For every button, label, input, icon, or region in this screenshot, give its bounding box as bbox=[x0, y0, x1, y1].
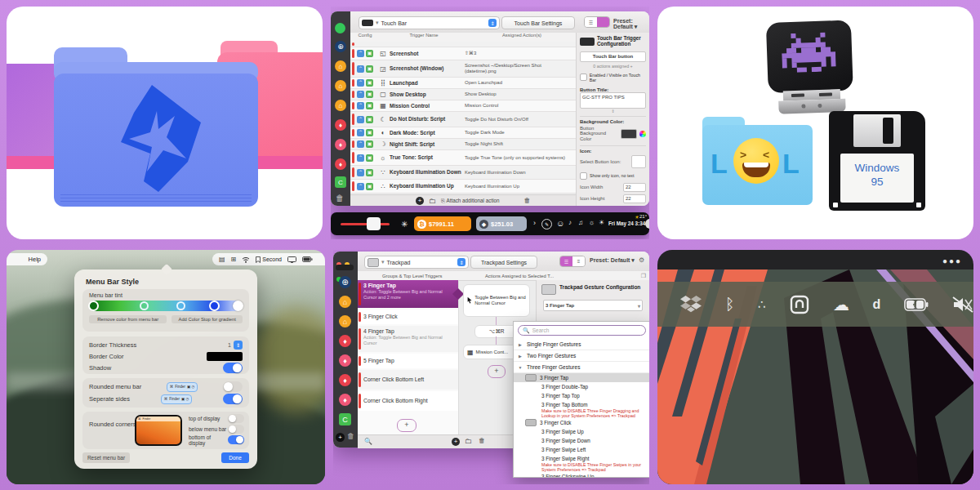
preset-menu[interactable]: Preset: Default ▾ bbox=[590, 257, 635, 264]
sidebar-flame-icon[interactable]: ♦ bbox=[339, 354, 351, 367]
separate-sides-toggle[interactable] bbox=[223, 394, 243, 404]
gesture-item[interactable]: 3 Finger Swipe Up bbox=[514, 427, 649, 436]
color-stop[interactable] bbox=[176, 301, 185, 310]
config-badge[interactable]: ▣ bbox=[366, 65, 373, 73]
top-of-display-toggle[interactable] bbox=[228, 414, 244, 423]
view-mode-segmented[interactable]: ☰ ≡ bbox=[559, 256, 586, 267]
gesture-item[interactable]: 3 Finger Swipe Right bbox=[514, 454, 649, 462]
gesture-item[interactable]: 3 Finger Click bbox=[514, 418, 649, 427]
config-badge[interactable]: ▣ bbox=[366, 129, 373, 136]
color-stop[interactable] bbox=[140, 301, 149, 310]
select-icon-well[interactable] bbox=[631, 155, 646, 168]
sidebar-flame-icon[interactable]: ♦ bbox=[339, 374, 351, 386]
sidebar-home-icon[interactable]: ⌂ bbox=[335, 60, 346, 72]
config-badge[interactable]: ▣ bbox=[366, 154, 373, 162]
volume-muted-icon[interactable] bbox=[952, 296, 973, 313]
search-icon[interactable]: 🔍 bbox=[364, 438, 372, 445]
table-row[interactable]: ⌃▣∵Keyboard Illumination DownKeyboard Il… bbox=[350, 166, 576, 180]
dropbox-icon[interactable] bbox=[680, 296, 702, 314]
actions-assigned-link[interactable]: 0 actions assigned + bbox=[580, 64, 646, 69]
emoji-icon[interactable]: ☺ bbox=[556, 219, 564, 228]
config-badge[interactable]: ▣ bbox=[366, 102, 373, 109]
sidebar-flame-icon[interactable]: ♦ bbox=[335, 119, 346, 131]
table-row-partial[interactable] bbox=[350, 42, 576, 47]
bottom-of-display-toggle[interactable] bbox=[228, 435, 244, 444]
config-badge[interactable]: ▣ bbox=[366, 116, 373, 123]
film-icon[interactable]: ▤ bbox=[219, 256, 225, 263]
table-row[interactable]: ⌃▣☼True Tone: ScriptToggle True Tone (on… bbox=[350, 150, 576, 166]
keyboard-brightness-icon[interactable]: ∴ bbox=[758, 297, 767, 312]
sidebar-clips-icon[interactable]: C bbox=[339, 413, 351, 425]
table-row[interactable]: ⌃▣◱Screenshot⇧⌘3 bbox=[350, 47, 576, 60]
bettertouchtool-icon[interactable] bbox=[790, 295, 809, 314]
tint-gradient-slider[interactable] bbox=[89, 301, 243, 311]
remove-color-button[interactable]: Remove color from menu bar bbox=[89, 315, 167, 323]
background-color-swatch[interactable] bbox=[621, 129, 637, 139]
gear-icon[interactable]: ⚙ bbox=[639, 256, 644, 264]
trackpad-settings-button[interactable]: Trackpad Settings bbox=[470, 256, 537, 269]
gesture-group[interactable]: ▶Single Finger Gestures bbox=[514, 339, 649, 350]
gesture-type-field[interactable]: 3 Finger Tap▾ bbox=[543, 300, 643, 311]
gesture-item[interactable]: 3 Finger Double-Tap bbox=[514, 382, 649, 391]
color-wheel-icon[interactable] bbox=[639, 131, 646, 137]
folder-icon[interactable]: 🗀 bbox=[465, 437, 472, 445]
trigger-row[interactable]: 4 Finger Tap Action: Toggle Between Big … bbox=[358, 326, 458, 352]
brightness-icon[interactable]: ✳ bbox=[401, 220, 408, 229]
window-grid-icon[interactable]: ⊞ bbox=[231, 256, 237, 263]
shadow-toggle[interactable] bbox=[223, 363, 243, 373]
sidebar-home-icon[interactable]: ⌂ bbox=[339, 315, 351, 327]
rounded-menubar-toggle[interactable] bbox=[223, 381, 243, 392]
trigger-row[interactable]: 3 Finger Click bbox=[358, 310, 458, 324]
trigger-type-field[interactable]: Touch Bar button bbox=[580, 51, 646, 62]
battery-icon[interactable] bbox=[302, 256, 313, 262]
config-badge[interactable]: ⌃ bbox=[357, 116, 364, 123]
add-color-stop-button[interactable]: Add Color Stop for gradient bbox=[172, 315, 243, 323]
table-row[interactable]: ⌃▣▦Mission ControlMission Control bbox=[350, 100, 576, 112]
gesture-group[interactable]: ▼Three Finger Gestures bbox=[514, 362, 649, 373]
brightness-up-icon[interactable]: ☀ bbox=[599, 219, 604, 226]
config-badge[interactable]: ⌃ bbox=[357, 169, 364, 176]
config-badge[interactable]: ⌃ bbox=[357, 140, 364, 148]
border-color-swatch[interactable] bbox=[207, 352, 243, 361]
trigger-column-header[interactable]: Trigger Name bbox=[380, 33, 468, 42]
table-row[interactable]: ⌃▣☾Do Not Disturb: ScriptToggle Do Not D… bbox=[350, 112, 576, 127]
menubar-help-item[interactable]: Help bbox=[7, 253, 47, 265]
gesture-group[interactable]: ▶Two Finger Gestures bbox=[514, 350, 649, 362]
gesture-item[interactable]: 3 Finger Tap Bottom bbox=[514, 400, 649, 408]
show-only-icon-checkbox[interactable] bbox=[580, 172, 587, 180]
trigger-type-picker[interactable]: ▾ Touch Bar ⇕ bbox=[359, 16, 500, 29]
picker-stepper[interactable]: ⇕ bbox=[488, 19, 497, 27]
slider-knob[interactable] bbox=[367, 217, 381, 230]
trigger-row[interactable]: Corner Click Bottom Left bbox=[358, 370, 458, 390]
config-column-header[interactable]: Config bbox=[350, 33, 380, 42]
more-dots-icon[interactable]: ●●● bbox=[942, 256, 962, 265]
enabled-checkbox[interactable] bbox=[580, 74, 587, 81]
moon-phase-icon[interactable] bbox=[645, 219, 649, 229]
sidebar-globe-icon[interactable]: ⊕ bbox=[335, 41, 346, 52]
gesture-search-input[interactable]: 🔍 Search bbox=[518, 325, 646, 336]
sidebar-add-button[interactable]: + bbox=[336, 433, 345, 442]
reset-menubar-button[interactable]: Reset menu bar bbox=[82, 452, 130, 463]
bartender-second-item[interactable]: Second bbox=[256, 256, 282, 263]
action-card[interactable]: Toggle Between Big and Normal Cursor bbox=[463, 284, 530, 317]
table-row[interactable]: ⌃▣⣿LaunchpadOpen Launchpad bbox=[350, 78, 576, 89]
border-thickness-stepper[interactable]: ⇕ bbox=[234, 341, 243, 350]
config-badge[interactable]: ⌃ bbox=[357, 154, 364, 162]
config-badge[interactable]: ⌃ bbox=[357, 91, 364, 98]
config-badge[interactable]: ⌃ bbox=[357, 50, 364, 57]
weather-sun-icon[interactable]: ☀ bbox=[635, 214, 639, 220]
brightness-down-icon[interactable]: ☼ bbox=[589, 219, 595, 226]
slider-track[interactable] bbox=[341, 223, 390, 225]
shortcut-card[interactable]: ⌥⌘R bbox=[474, 325, 519, 338]
display-icon[interactable] bbox=[287, 256, 296, 263]
config-badge[interactable]: ▣ bbox=[366, 91, 373, 98]
cloud-icon[interactable]: ☁ bbox=[833, 295, 849, 314]
action-column-header[interactable]: Assigned Action(s) bbox=[468, 33, 576, 42]
add-trigger-pill[interactable]: + bbox=[397, 419, 416, 432]
gesture-item[interactable]: 3 Finger Swipe Down bbox=[514, 436, 649, 445]
color-stop[interactable] bbox=[233, 301, 243, 311]
gesture-item-selected[interactable]: 3 Finger Tap bbox=[514, 373, 649, 382]
table-row[interactable]: ⌃▣◲Screenshot (Window)Screenshot ~/Deskt… bbox=[350, 60, 576, 78]
table-row[interactable]: ⌃▣☽Night Shift: ScriptToggle Night Shift bbox=[350, 139, 576, 150]
sidebar-clips-icon[interactable]: C bbox=[335, 176, 346, 188]
